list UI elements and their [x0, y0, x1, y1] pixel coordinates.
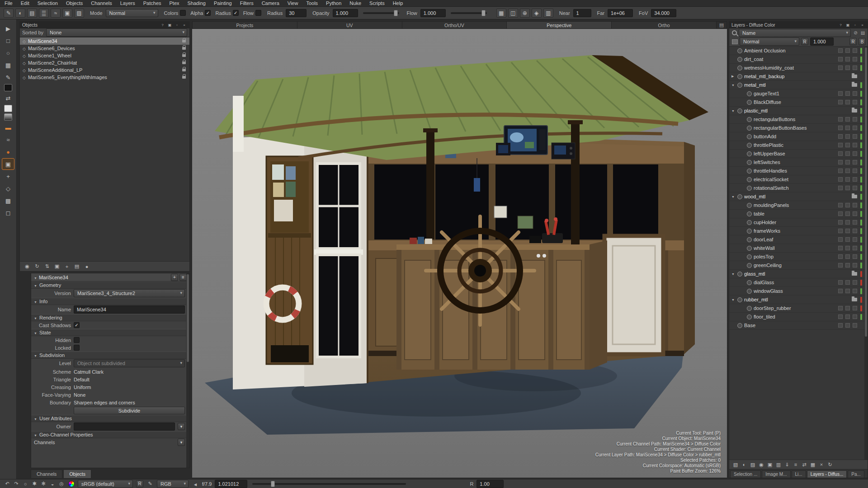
visibility-toggle-icon[interactable] — [747, 117, 752, 122]
zoom-tool[interactable]: ○ — [2, 47, 14, 58]
layer-row[interactable]: frameWorks — [729, 227, 868, 235]
visibility-toggle-icon[interactable] — [747, 263, 752, 268]
visibility-toggle-icon[interactable] — [747, 134, 752, 139]
layer-cache-icon[interactable] — [853, 48, 857, 53]
layer-row[interactable]: mouldingPanels — [729, 201, 868, 210]
object-properties-header[interactable]: MariScene34 +≡ — [31, 273, 189, 282]
layer-cache-icon[interactable] — [853, 91, 857, 96]
layer-mask-icon[interactable] — [845, 254, 850, 259]
swap-colors-icon[interactable]: ⇄ — [2, 93, 14, 103]
layer-mask-icon[interactable] — [845, 57, 850, 61]
symmetry-icon[interactable]: ⊕ — [520, 9, 530, 18]
visibility-toggle-icon[interactable] — [737, 66, 742, 70]
object-visibility-icon[interactable] — [23, 46, 26, 51]
marquee-tool[interactable]: □ — [2, 35, 14, 46]
visibility-toggle-icon[interactable] — [737, 272, 742, 277]
layer-mask-icon[interactable] — [845, 186, 850, 190]
paint-tool[interactable]: ▬ — [2, 122, 14, 133]
layer-adjust-icon[interactable] — [838, 160, 843, 164]
channel-b-button[interactable]: B — [859, 38, 866, 45]
version-select[interactable]: MariScene3_4_Structure2 — [74, 289, 185, 297]
section-subdivision[interactable]: Subdivision — [31, 352, 189, 359]
layer-row[interactable]: throttlePlastic — [729, 141, 868, 150]
locked-checkbox[interactable] — [74, 345, 80, 351]
visibility-toggle-icon[interactable] — [747, 126, 752, 131]
lock-icon[interactable] — [182, 76, 186, 79]
channels-add-button[interactable] — [178, 439, 185, 446]
section-geo-channel[interactable]: Geo-Channel Properties — [31, 431, 189, 438]
visibility-toggle-icon[interactable] — [747, 177, 752, 182]
layer-adjust-icon[interactable] — [838, 306, 843, 310]
dock-tab[interactable]: Channels — [31, 469, 62, 478]
menu-item[interactable]: Camera — [262, 0, 279, 6]
blur-icon[interactable]: ▒ — [39, 9, 49, 18]
colorspace-reset-button[interactable]: R — [136, 480, 143, 488]
folder-arrow-icon[interactable] — [731, 272, 736, 276]
layer-cache-icon[interactable] — [853, 314, 857, 319]
visibility-toggle-icon[interactable] — [747, 186, 752, 191]
layer-adjust-icon[interactable] — [838, 314, 843, 319]
layer-row[interactable]: rectangularButtonBases — [729, 124, 868, 132]
visibility-toggle-icon[interactable] — [747, 100, 752, 105]
undo-icon[interactable]: ↶ — [4, 481, 11, 487]
filter-menu-icon[interactable]: ▤ — [860, 30, 866, 36]
visibility-toggle-icon[interactable] — [737, 194, 742, 199]
menu-item[interactable]: Ptex — [170, 0, 179, 6]
layer-mask-icon[interactable] — [845, 306, 850, 310]
owner-menu-button[interactable] — [178, 423, 185, 430]
layer-row[interactable]: rotationalSwitch — [729, 184, 868, 192]
visibility-toggle-icon[interactable] — [737, 74, 742, 79]
redo-icon[interactable]: ↷ — [13, 481, 20, 487]
panel-menu-icon[interactable]: ≡ — [179, 274, 187, 281]
layer-row[interactable]: wood_mtl — [729, 192, 868, 201]
share-layer-icon[interactable]: ⇄ — [801, 461, 808, 468]
add-procedural-icon[interactable]: ▨ — [749, 461, 756, 468]
layer-adjust-icon[interactable] — [838, 91, 843, 96]
layer-row[interactable]: glass_mtl — [729, 270, 868, 278]
object-visibility-icon[interactable] — [23, 67, 26, 73]
dock-tab[interactable]: Image M... — [762, 470, 790, 478]
object-row[interactable]: MariSceneAdditional_LP — [20, 66, 189, 74]
section-geometry[interactable]: Geometry — [31, 282, 189, 289]
lock-icon[interactable] — [182, 61, 186, 64]
layer-cache-icon[interactable] — [853, 323, 857, 328]
slice-tool[interactable]: ◇ — [2, 183, 14, 194]
layer-adjust-icon[interactable] — [838, 246, 843, 250]
opacity-slider[interactable] — [363, 12, 399, 14]
duplicate-layer-icon[interactable]: ▥ — [775, 461, 782, 468]
color-sample-icon[interactable]: ◐ — [15, 9, 25, 18]
dock-tab[interactable]: Layers - Diffus... — [807, 470, 847, 478]
layer-row[interactable]: Ambient Occlusion — [729, 47, 868, 55]
layer-row[interactable]: Base — [729, 321, 868, 330]
visibility-toggle-icon[interactable] — [747, 220, 752, 225]
import-export-icon[interactable]: ⇅ — [43, 263, 51, 270]
layer-adjust-icon[interactable] — [838, 169, 843, 173]
sorted-by-select[interactable]: None — [46, 28, 187, 37]
triangle-value[interactable]: Default — [74, 377, 90, 382]
viewport-tabbar-menu-icon[interactable] — [717, 22, 726, 28]
visibility-toggle-icon[interactable] — [747, 306, 752, 311]
dock-tab[interactable]: Selection ... — [730, 470, 761, 478]
layer-mask-icon[interactable] — [845, 160, 850, 164]
mirror-icon[interactable]: ◈ — [532, 9, 542, 18]
hidden-checkbox[interactable] — [74, 337, 80, 343]
layer-mask-icon[interactable] — [845, 117, 850, 122]
menu-item[interactable]: Python — [326, 0, 341, 6]
settings-icon[interactable]: ✱ — [31, 481, 38, 487]
visibility-toggle-icon[interactable] — [747, 289, 752, 294]
object-visibility-icon[interactable] — [23, 53, 26, 58]
visibility-toggle-icon[interactable] — [747, 280, 752, 285]
exposure-slider[interactable] — [252, 483, 406, 485]
layer-adjust-icon[interactable] — [838, 186, 843, 190]
layer-cache-icon[interactable] — [853, 289, 857, 293]
menu-item[interactable]: Selection — [38, 0, 58, 6]
layer-mask-icon[interactable] — [845, 237, 850, 242]
layer-cache-icon[interactable] — [853, 151, 857, 156]
layer-row[interactable]: floor_tiled — [729, 313, 868, 321]
add-object-icon[interactable]: ◉ — [24, 263, 31, 270]
layer-adjust-icon[interactable] — [838, 48, 843, 53]
merge-layers-icon[interactable]: ⇓ — [783, 461, 791, 468]
flow-slider-thumb[interactable] — [481, 10, 486, 16]
dodge-tool[interactable]: ● — [2, 146, 14, 157]
layer-adjust-icon[interactable] — [838, 177, 843, 182]
